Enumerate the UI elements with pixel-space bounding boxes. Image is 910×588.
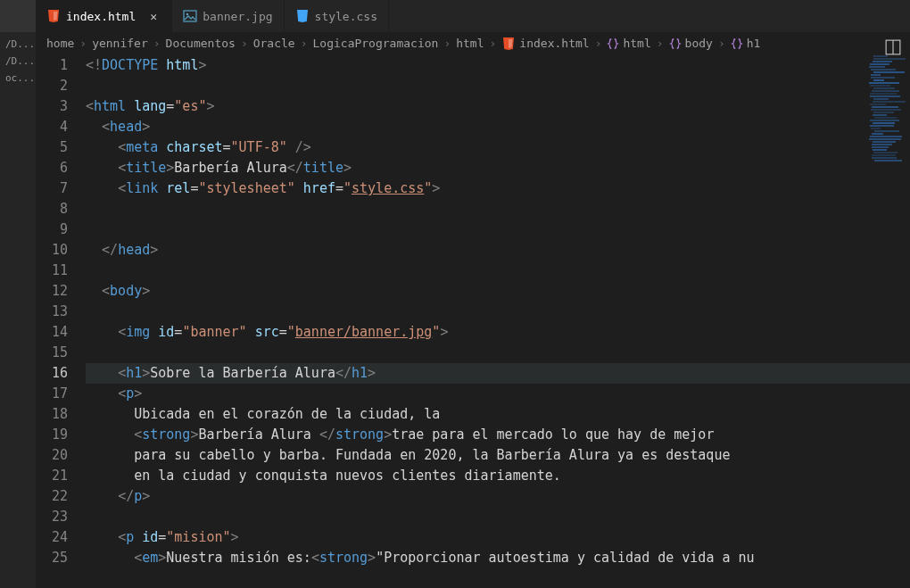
minimap-line [870, 104, 886, 105]
code-line-17[interactable]: <p> [86, 384, 910, 404]
code-line-1[interactable]: <!DOCTYPE html> [86, 55, 910, 76]
tab-style-css[interactable]: style.css [285, 0, 389, 32]
editor-layout-icon[interactable] [885, 39, 901, 55]
code-line-7[interactable]: <link rel="stylesheet" href="style.css"> [86, 178, 910, 199]
token: trae para el mercado lo que hay de mejor [392, 427, 714, 443]
code-line-12[interactable]: <body> [86, 281, 910, 302]
breadcrumb-item[interactable]: yennifer [92, 37, 148, 50]
token: > [384, 427, 392, 443]
line-number: 25 [36, 548, 68, 568]
token: > [158, 550, 166, 566]
code-line-9[interactable] [86, 219, 910, 240]
code-line-6[interactable]: <title>Barbería Alura</title> [86, 158, 910, 178]
breadcrumb-item[interactable]: Documentos [166, 37, 236, 50]
breadcrumb-item[interactable]: html [456, 37, 484, 50]
token: < [134, 550, 142, 566]
token: img [126, 324, 158, 340]
token: strong [142, 427, 190, 443]
minimap-line [869, 66, 885, 68]
code-line-8[interactable] [86, 199, 910, 219]
minimap[interactable] [865, 55, 910, 234]
code-line-13[interactable] [86, 302, 910, 322]
code-line-5[interactable]: <meta charset="UTF-8" /> [86, 137, 910, 158]
code-line-20[interactable]: para su cabello y barba. Fundada en 2020… [86, 445, 910, 466]
minimap-line [873, 101, 906, 103]
token: = [279, 324, 287, 340]
sidebar-item[interactable]: oc... [0, 70, 36, 87]
token: "es" [174, 98, 206, 114]
tab-banner-jpg[interactable]: banner.jpg [172, 0, 284, 32]
code-line-14[interactable]: <img id="banner" src="banner/banner.jpg"… [86, 322, 910, 343]
code-line-11[interactable] [86, 261, 910, 281]
token: Barbería Alura [174, 160, 286, 176]
minimap-line [874, 117, 897, 119]
minimap-line [871, 128, 881, 129]
editor-column: home›yennifer›Documentos›Oracle›LogicaPr… [36, 32, 910, 588]
code-content[interactable]: <!DOCTYPE html><html lang="es"> <head> <… [86, 55, 910, 588]
minimap-line [873, 58, 906, 60]
token: < [86, 98, 94, 114]
code-line-23[interactable] [86, 507, 910, 527]
code-line-10[interactable]: </head> [86, 240, 910, 261]
line-number: 22 [36, 486, 68, 507]
chevron-right-icon: › [79, 37, 87, 50]
code-line-18[interactable]: Ubicada en el corazón de la ciudad, la [86, 404, 910, 425]
token: p [126, 385, 134, 402]
token: html [166, 57, 198, 73]
breadcrumb-label: body [685, 37, 713, 50]
breadcrumb-label: Documentos [166, 37, 236, 50]
line-number: 9 [36, 219, 68, 240]
breadcrumb-item[interactable]: body [669, 37, 713, 50]
minimap-line [873, 55, 888, 57]
breadcrumb-item[interactable]: Oracle [253, 37, 295, 50]
code-line-15[interactable] [86, 343, 910, 363]
token: </ [102, 242, 118, 258]
line-number: 11 [36, 261, 68, 281]
sidebar-item[interactable]: /D... [0, 36, 36, 53]
token: link [126, 180, 166, 196]
token: < [118, 139, 126, 155]
tab-index-html[interactable]: index.html✕ [36, 0, 172, 32]
code-line-22[interactable]: </p> [86, 486, 910, 507]
line-number: 3 [36, 96, 68, 117]
breadcrumb-item[interactable]: h1 [731, 37, 761, 50]
chevron-right-icon: › [443, 37, 451, 50]
breadcrumb-item[interactable]: home [46, 37, 74, 50]
minimap-line [871, 74, 881, 76]
token: src [255, 324, 279, 340]
breadcrumb-label: yennifer [92, 37, 148, 50]
breadcrumb-label: html [456, 37, 484, 50]
breadcrumb-item[interactable]: LogicaProgramacion [313, 37, 439, 50]
code-line-4[interactable]: <head> [86, 117, 910, 137]
token: < [118, 160, 126, 176]
minimap-line [872, 90, 899, 92]
breadcrumb[interactable]: home›yennifer›Documentos›Oracle›LogicaPr… [36, 32, 910, 55]
minimap-line [870, 125, 893, 127]
minimap-line [872, 144, 893, 145]
breadcrumb-label: html [623, 37, 650, 50]
code-line-16[interactable]: <h1>Sobre la Barbería Alura</h1> [86, 363, 910, 384]
token: p [126, 529, 142, 545]
breadcrumb-item[interactable]: index.html [501, 37, 589, 51]
code-line-25[interactable]: <em>Nuestra misión es:<strong>"Proporcio… [86, 548, 910, 568]
token: en la ciudad y conquista nuevos clientes… [134, 468, 561, 484]
minimap-line [874, 130, 899, 132]
minimap-line [873, 122, 895, 124]
token: < [118, 324, 126, 340]
code-line-24[interactable]: <p id="mision"> [86, 527, 910, 548]
code-line-3[interactable]: <html lang="es"> [86, 96, 910, 117]
code-line-21[interactable]: en la ciudad y conquista nuevos clientes… [86, 466, 910, 486]
close-icon[interactable]: ✕ [146, 9, 161, 23]
minimap-line [870, 136, 902, 137]
token: < [102, 283, 110, 299]
chevron-right-icon: › [718, 37, 725, 50]
token: < [311, 550, 319, 566]
breadcrumb-item[interactable]: html [607, 37, 650, 50]
code-line-19[interactable]: <strong>Barbería Alura </strong>trae par… [86, 425, 910, 445]
sidebar-item[interactable]: /D... [0, 53, 36, 70]
editor-area[interactable]: 1234567891011121314151617181920212223242… [36, 55, 910, 588]
code-line-2[interactable] [86, 76, 910, 96]
token: Sobre la Barbería Alura [150, 365, 335, 381]
token: > [440, 324, 448, 340]
token: > [150, 242, 158, 258]
